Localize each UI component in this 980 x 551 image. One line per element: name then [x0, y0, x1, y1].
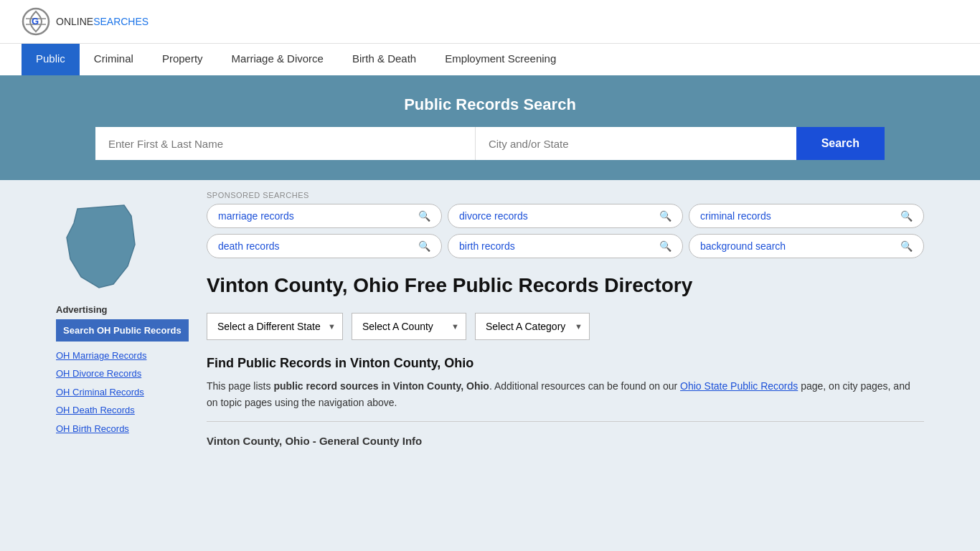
sidebar-link-divorce[interactable]: OH Divorce Records: [56, 365, 189, 382]
tag-divorce[interactable]: divorce records 🔍: [448, 204, 683, 228]
nav-item-employment[interactable]: Employment Screening: [430, 44, 570, 75]
ohio-state-link[interactable]: Ohio State Public Records: [680, 380, 798, 392]
tag-criminal[interactable]: criminal records 🔍: [689, 204, 924, 228]
find-desc-mid: . Additional resources can be found on o…: [489, 380, 680, 392]
name-input[interactable]: [95, 127, 476, 160]
search-tags: marriage records 🔍 divorce records 🔍 cri…: [207, 204, 924, 258]
banner-title: Public Records Search: [22, 95, 958, 114]
svg-text:G: G: [32, 16, 39, 27]
sidebar-links: OH Marriage Records OH Divorce Records O…: [56, 347, 189, 437]
search-tag-icon: 🔍: [900, 210, 913, 222]
dropdowns-row: Select a Different State Select A County…: [207, 313, 924, 340]
search-banner: Public Records Search Search: [0, 75, 980, 180]
state-dropdown[interactable]: Select a Different State: [207, 313, 343, 340]
search-tag-icon: 🔍: [659, 240, 672, 252]
advertising-label: Advertising: [56, 304, 189, 315]
main-nav: Public Criminal Property Marriage & Divo…: [0, 43, 980, 75]
sponsored-label: SPONSORED SEARCHES: [207, 187, 924, 199]
ohio-map-icon: [56, 202, 156, 295]
svg-marker-4: [67, 205, 135, 288]
search-tag-icon: 🔍: [659, 210, 672, 222]
tag-background[interactable]: background search 🔍: [689, 234, 924, 258]
state-map: [56, 202, 189, 297]
search-tag-icon: 🔍: [418, 210, 430, 222]
tag-marriage[interactable]: marriage records 🔍: [207, 204, 442, 228]
county-info-title: Vinton County, Ohio - General County Inf…: [207, 429, 924, 453]
search-tag-icon: 🔍: [418, 240, 430, 252]
page-title: Vinton County, Ohio Free Public Records …: [207, 273, 924, 298]
nav-item-marriage-divorce[interactable]: Marriage & Divorce: [217, 44, 338, 75]
logo[interactable]: G ONLINESEARCHES: [22, 7, 149, 36]
logo-text: ONLINESEARCHES: [56, 16, 149, 27]
logo-icon: G: [22, 7, 50, 36]
ad-highlight[interactable]: Search OH Public Records: [56, 319, 189, 342]
sidebar: Advertising Search OH Public Records OH …: [56, 187, 199, 453]
state-dropdown-wrapper: Select a Different State: [207, 313, 343, 340]
sidebar-link-criminal[interactable]: OH Criminal Records: [56, 384, 189, 400]
sidebar-link-death[interactable]: OH Death Records: [56, 402, 189, 418]
find-desc-pre: This page lists: [207, 380, 273, 392]
header: G ONLINESEARCHES: [0, 0, 980, 43]
nav-item-property[interactable]: Property: [148, 44, 217, 75]
find-title: Find Public Records in Vinton County, Oh…: [207, 356, 924, 371]
location-input[interactable]: [476, 127, 796, 160]
tag-birth[interactable]: birth records 🔍: [448, 234, 683, 258]
nav-item-birth-death[interactable]: Birth & Death: [338, 44, 430, 75]
section-divider: [207, 421, 924, 422]
search-tag-icon: 🔍: [900, 240, 913, 252]
content-area: SPONSORED SEARCHES marriage records 🔍 di…: [199, 187, 924, 453]
nav-item-criminal[interactable]: Criminal: [80, 44, 148, 75]
county-dropdown-wrapper: Select A County: [352, 313, 466, 340]
search-bar: Search: [95, 127, 885, 160]
find-description: This page lists public record sources in…: [207, 378, 924, 410]
category-dropdown-wrapper: Select A Category: [475, 313, 590, 340]
county-dropdown[interactable]: Select A County: [352, 313, 466, 340]
nav-item-public[interactable]: Public: [22, 44, 80, 75]
sidebar-link-birth[interactable]: OH Birth Records: [56, 420, 189, 437]
category-dropdown[interactable]: Select A Category: [475, 313, 590, 340]
main-area: Advertising Search OH Public Records OH …: [45, 180, 935, 460]
find-desc-bold: public record sources in Vinton County, …: [273, 380, 489, 392]
tag-death[interactable]: death records 🔍: [207, 234, 442, 258]
search-button[interactable]: Search: [796, 127, 885, 160]
sidebar-link-marriage[interactable]: OH Marriage Records: [56, 347, 189, 364]
